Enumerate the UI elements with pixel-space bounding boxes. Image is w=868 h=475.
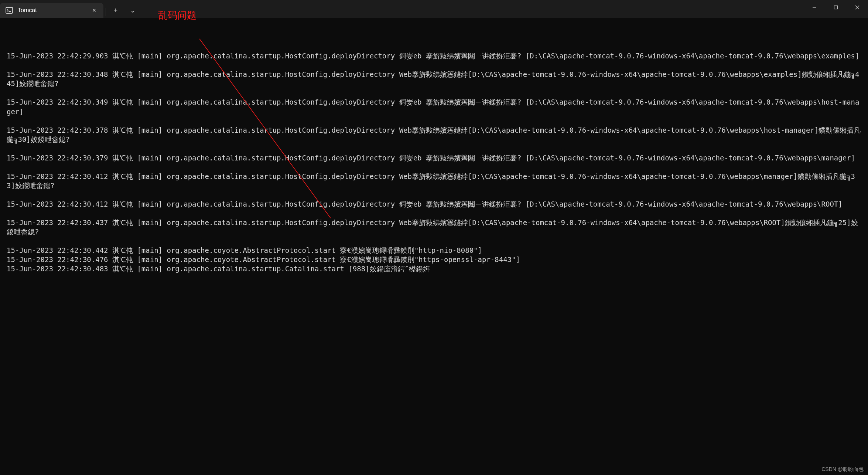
maximize-button[interactable] xyxy=(825,0,847,15)
tab-tomcat[interactable]: Tomcat ✕ xyxy=(0,3,103,18)
log-line: 15-Jun-2023 22:42:30.412 淇℃伅 [main] org.… xyxy=(7,200,861,209)
log-line: 15-Jun-2023 22:42:30.349 淇℃伅 [main] org.… xyxy=(7,98,861,116)
new-tab-button[interactable]: + xyxy=(108,3,123,18)
terminal-window: Tomcat ✕ + ⌄ 15-Jun-2023 22:42:29.903 淇℃… xyxy=(0,0,868,475)
minimize-button[interactable] xyxy=(804,0,825,15)
titlebar-drag-region[interactable] xyxy=(140,0,804,18)
log-line: 15-Jun-2023 22:42:30.437 淇℃伅 [main] org.… xyxy=(7,218,861,237)
tab-dropdown-button[interactable]: ⌄ xyxy=(125,3,140,18)
log-line: 15-Jun-2023 22:42:30.442 淇℃伅 [main] org.… xyxy=(7,246,861,255)
divider xyxy=(106,8,106,16)
watermark: CSDN @盼盼面包 xyxy=(821,466,864,473)
svg-rect-3 xyxy=(834,6,838,9)
window-close-button[interactable] xyxy=(847,0,868,15)
terminal-body[interactable]: 15-Jun-2023 22:42:29.903 淇℃伅 [main] org.… xyxy=(0,18,868,475)
log-line: 15-Jun-2023 22:42:30.379 淇℃伅 [main] org.… xyxy=(7,153,861,163)
terminal-icon xyxy=(5,6,13,14)
log-line: 15-Jun-2023 22:42:30.378 淇℃伅 [main] org.… xyxy=(7,126,861,144)
tab-actions: + ⌄ xyxy=(106,0,140,18)
log-line: 15-Jun-2023 22:42:30.476 淇℃伅 [main] org.… xyxy=(7,255,861,264)
window-controls xyxy=(804,0,868,18)
log-line: 15-Jun-2023 22:42:30.348 淇℃伅 [main] org.… xyxy=(7,70,861,88)
tab-label: Tomcat xyxy=(18,7,86,14)
log-line: 15-Jun-2023 22:42:29.903 淇℃伅 [main] org.… xyxy=(7,51,861,61)
log-line: 15-Jun-2023 22:42:30.412 淇℃伅 [main] org.… xyxy=(7,172,861,190)
log-line: 15-Jun-2023 22:42:30.483 淇℃伅 [main] org.… xyxy=(7,264,861,274)
tab-close-button[interactable]: ✕ xyxy=(90,6,98,14)
svg-rect-0 xyxy=(6,7,13,13)
tab-strip: Tomcat ✕ xyxy=(0,0,103,18)
titlebar: Tomcat ✕ + ⌄ xyxy=(0,0,868,18)
